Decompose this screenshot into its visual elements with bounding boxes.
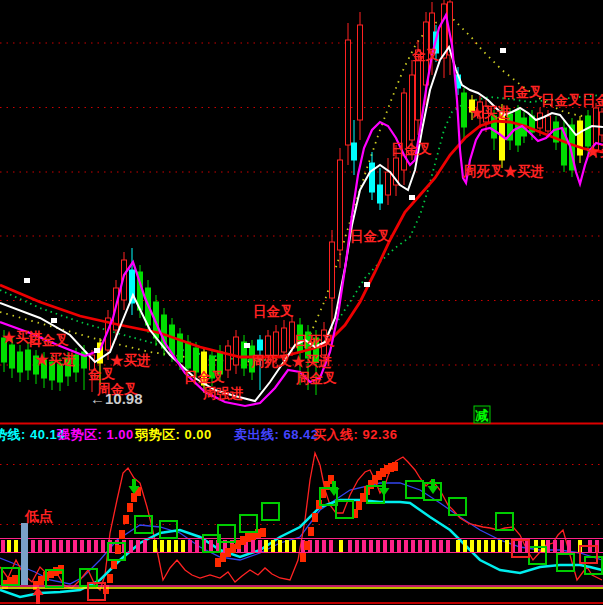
svg-text:周强进: 周强进 <box>202 386 244 401</box>
svg-text:低点: 低点 <box>24 508 53 524</box>
svg-text:日死叉: 日死叉 <box>294 334 335 349</box>
svg-text:周死叉★买进: 周死叉★买进 <box>250 354 332 369</box>
svg-text:★买进: ★买进 <box>35 352 76 367</box>
buy-line-value: 买入线: 92.36 <box>313 426 397 444</box>
trend-line-value: 势线: 40.14 <box>0 426 65 444</box>
svg-text:日金叉: 日金叉 <box>582 93 603 108</box>
svg-text:★买进: ★买进 <box>470 105 511 120</box>
svg-text:日金叉: 日金叉 <box>391 142 432 157</box>
svg-text:日金叉: 日金叉 <box>28 333 69 348</box>
weak-zone-value: 弱势区: 0.00 <box>135 426 212 444</box>
svg-text:日金叉: 日金叉 <box>184 370 225 385</box>
svg-text:日金叉: 日金叉 <box>253 304 294 319</box>
svg-text:★买进: ★买进 <box>586 144 603 159</box>
svg-text:金叉: 金叉 <box>411 48 440 63</box>
stock-chart-canvas[interactable]: ★买进日金叉★买进★买进金叉周金叉←10.98日金叉周强进日金叉日死叉周死叉★买… <box>0 0 603 605</box>
svg-text:金叉: 金叉 <box>87 367 116 382</box>
svg-text:日金叉: 日金叉 <box>350 229 391 244</box>
sell-line-value: 卖出线: 68.42 <box>234 426 318 444</box>
strong-zone-value: 强势区: 1.00 <box>57 426 134 444</box>
svg-text:周死叉★买进: 周死叉★买进 <box>462 164 544 179</box>
svg-text:日金叉: 日金叉 <box>541 93 582 108</box>
svg-text:周金叉: 周金叉 <box>295 371 337 386</box>
svg-text:日金叉: 日金叉 <box>502 85 543 100</box>
svg-text:减: 减 <box>475 408 489 423</box>
svg-text:★买进: ★买进 <box>110 353 151 368</box>
svg-text:←10.98: ←10.98 <box>90 390 143 407</box>
indicator-header: 势线: 40.14 强势区: 1.00 弱势区: 0.00 卖出线: 68.42… <box>0 425 603 442</box>
